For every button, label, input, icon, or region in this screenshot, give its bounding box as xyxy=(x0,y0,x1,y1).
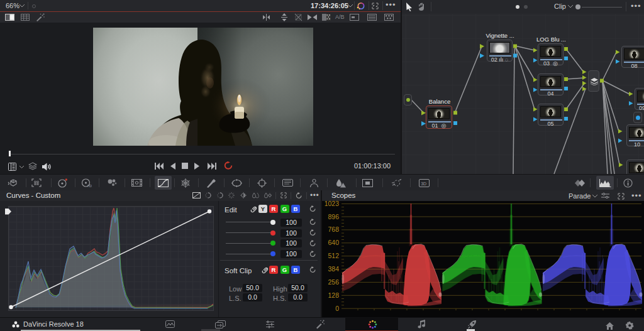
svg-text:768: 768 xyxy=(328,225,339,233)
svg-text:640: 640 xyxy=(328,239,339,246)
svg-text:256: 256 xyxy=(328,278,339,286)
svg-text:896: 896 xyxy=(328,213,339,220)
svg-text:512: 512 xyxy=(328,252,339,259)
svg-text:128: 128 xyxy=(328,291,339,299)
svg-text:1023: 1023 xyxy=(325,201,340,207)
svg-text:HDR: HDR xyxy=(87,185,92,188)
svg-text:3D: 3D xyxy=(421,182,426,186)
svg-text:384: 384 xyxy=(328,265,339,273)
svg-text:0: 0 xyxy=(335,305,339,312)
